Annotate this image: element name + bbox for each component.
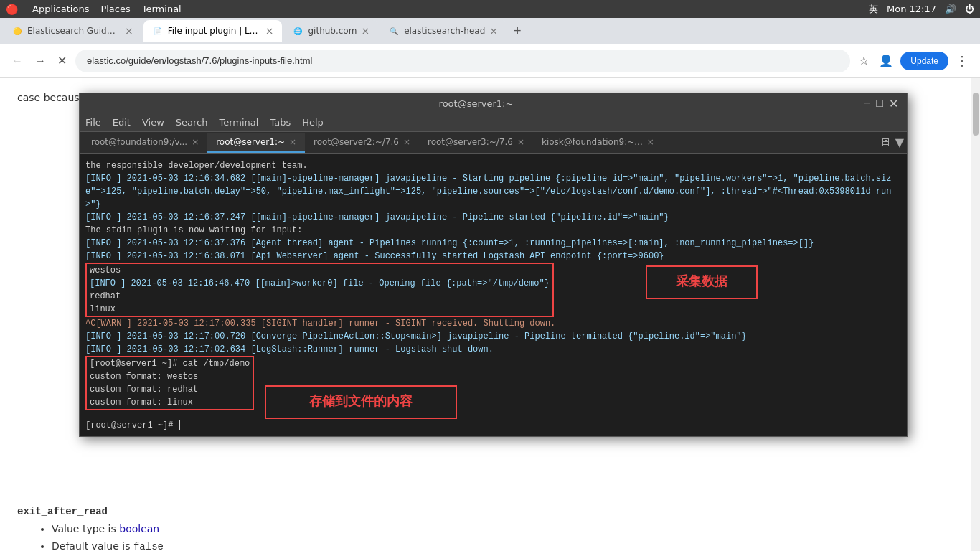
section-title: exit_after_read (17, 506, 954, 517)
tab-favicon-4: 🔍 (388, 25, 400, 37)
terminal-tab-kiosk[interactable]: kiosk@foundation9:~... × (533, 133, 663, 153)
tab-title-3: github.com (308, 26, 357, 36)
terminal-screen-icon[interactable]: 🖥 (880, 136, 891, 149)
tab-favicon-3: 🌐 (292, 25, 303, 37)
tab-close-3[interactable]: × (361, 25, 369, 37)
terminal-tab-close-5[interactable]: × (647, 137, 654, 147)
content-area: case because the time taken to read new … (0, 78, 980, 551)
terminal-line-7: [INFO ] 2021-05-03 12:16:46.470 [[main]>… (90, 277, 550, 290)
terminal-line-5: [INFO ] 2021-05-03 12:16:38.071 [Api Web… (85, 250, 901, 263)
default-value: false (133, 541, 164, 551)
terminal-body[interactable]: the responsible developer/development te… (80, 154, 907, 436)
terminal-menu-file[interactable]: File (85, 117, 101, 128)
tab-title-1: Elasticsearch Guide [7.6] (27, 26, 121, 36)
terminal-arrow-icon[interactable]: ▼ (895, 136, 904, 149)
tab-close-1[interactable]: × (125, 25, 133, 37)
tab-close-4[interactable]: × (489, 25, 498, 37)
terminal-tab-close-2[interactable]: × (289, 137, 296, 147)
system-bar-left: 🔴 Applications Places Terminal (6, 4, 182, 15)
terminal-tab-close-4[interactable]: × (517, 137, 524, 147)
menu-applications[interactable]: Applications (32, 4, 89, 14)
terminal-tab-label-4: root@server3:~/7.6 (428, 137, 513, 147)
terminal-tab-label-2: root@server1:~ (216, 137, 285, 147)
terminal-line-13: [root@server1 ~]# cat /tmp/demo (90, 357, 250, 370)
terminal-menu-edit[interactable]: Edit (113, 117, 131, 128)
terminal-tabs: root@foundation9:/v... × root@server1:~ … (80, 132, 907, 154)
collect-data-box: westos [INFO ] 2021-05-03 12:16:46.470 [… (85, 263, 554, 317)
terminal-line-6: westos (90, 264, 550, 277)
menu-terminal[interactable]: Terminal (142, 4, 182, 14)
language-indicator: 英 (869, 3, 878, 16)
terminal-line-16: custom format: linux (90, 396, 250, 409)
stored-annotation-label: 存储到文件的内容 (265, 385, 457, 419)
system-bar-right: 英 Mon 12:17 🔊 ⏻ (869, 3, 974, 16)
menu-places[interactable]: Places (100, 4, 130, 14)
tab-elasticsearch-guide[interactable]: 🟡 Elasticsearch Guide [7.6] × (3, 20, 142, 42)
tab-favicon-1: 🟡 (11, 25, 23, 37)
os-icon: 🔴 (6, 4, 18, 15)
below-terminal-content: exit_after_read Value type is boolean De… (0, 489, 971, 551)
account-icon[interactable]: 👤 (876, 51, 896, 70)
stored-content-area: [root@server1 ~]# cat /tmp/demo custom f… (85, 356, 457, 419)
terminal-tab-foundation9[interactable]: root@foundation9:/v... × (83, 133, 207, 153)
browser-scrollbar[interactable] (971, 78, 980, 551)
terminal-title-bar: root@server1:~ − □ ✕ (80, 93, 907, 113)
tab-elasticsearch-head[interactable]: 🔍 elasticsearch-head × (380, 20, 507, 42)
terminal-tab-label-1: root@foundation9:/v... (91, 137, 187, 147)
terminal-line-4: [INFO ] 2021-05-03 12:16:37.376 [Agent t… (85, 237, 901, 250)
tab-github[interactable]: 🌐 github.com × (283, 20, 378, 42)
terminal-menu-tabs[interactable]: Tabs (270, 117, 291, 128)
back-button[interactable]: ← (9, 52, 26, 70)
terminal-line-3: The stdin plugin is now waiting for inpu… (85, 224, 901, 237)
terminal-window-buttons: − □ ✕ (864, 97, 898, 110)
stored-content-box: [root@server1 ~]# cat /tmp/demo custom f… (85, 356, 254, 410)
terminal-menu-search[interactable]: Search (176, 117, 208, 128)
terminal-tab-server1[interactable]: root@server1:~ × (207, 133, 305, 153)
update-button[interactable]: Update (900, 52, 948, 70)
new-tab-button[interactable]: + (508, 21, 527, 42)
boolean-link[interactable]: boolean (119, 523, 159, 534)
collect-annotation-label: 采集数据 (646, 265, 758, 299)
terminal-tab-close-1[interactable]: × (192, 137, 199, 147)
terminal-minimize-button[interactable]: − (864, 97, 870, 110)
url-input[interactable] (75, 50, 850, 72)
bullet-list: Value type is boolean Default value is f… (34, 523, 954, 551)
stored-content-region: [root@server1 ~]# cat /tmp/demo custom f… (85, 356, 901, 419)
system-bar: 🔴 Applications Places Terminal 英 Mon 12:… (0, 0, 980, 18)
browser: 🟡 Elasticsearch Guide [7.6] × 📄 File inp… (0, 18, 980, 551)
terminal-menu-help[interactable]: Help (302, 117, 324, 128)
terminal-line-2: [INFO ] 2021-05-03 12:16:37.247 [[main]-… (85, 211, 901, 224)
terminal-tab-server3[interactable]: root@server3:~/7.6 × (419, 133, 533, 153)
reload-button[interactable]: ✕ (55, 51, 70, 70)
terminal-window: root@server1:~ − □ ✕ File Edit View Sear… (79, 93, 908, 437)
tab-favicon-2: 📄 (152, 25, 164, 37)
browser-menu-icon[interactable]: ⋮ (953, 50, 971, 71)
terminal-menu: File Edit View Search Terminal Tabs Help (80, 113, 907, 132)
terminal-menu-view[interactable]: View (142, 117, 164, 128)
terminal-maximize-button[interactable]: □ (876, 97, 883, 110)
scrollbar-thumb[interactable] (973, 93, 979, 136)
tab-title-2: File input plugin | Logstash... (168, 26, 261, 36)
terminal-line-8: redhat (90, 290, 550, 303)
terminal-tab-close-3[interactable]: × (403, 137, 410, 147)
bullet1-prefix: Value type is (52, 523, 119, 534)
terminal-line-15: custom format: redhat (90, 383, 250, 396)
tab-close-2[interactable]: × (265, 25, 274, 37)
terminal-line-17: [root@server1 ~]# (85, 419, 901, 432)
terminal-line-11: [INFO ] 2021-05-03 12:17:00.720 [Converg… (85, 330, 901, 343)
terminal-line-0: the responsible developer/development te… (85, 159, 901, 172)
terminal-line-1: [INFO ] 2021-05-03 12:16:34.682 [[main]-… (85, 172, 901, 211)
volume-icon[interactable]: 🔊 (945, 4, 956, 14)
terminal-close-button[interactable]: ✕ (889, 97, 898, 110)
power-icon[interactable]: ⏻ (965, 4, 974, 14)
bookmark-icon[interactable]: ☆ (856, 51, 872, 70)
address-bar-icons: ☆ 👤 Update ⋮ (856, 50, 971, 71)
terminal-tab-label-5: kiosk@foundation9:~... (542, 137, 643, 147)
terminal-line-10: ^C[WARN ] 2021-05-03 12:17:00.335 [SIGIN… (85, 317, 901, 330)
terminal-tab-server2[interactable]: root@server2:~/7.6 × (305, 133, 419, 153)
terminal-tab-label-3: root@server2:~/7.6 (314, 137, 399, 147)
terminal-line-12: [INFO ] 2021-05-03 12:17:02.634 [LogStas… (85, 343, 901, 356)
tab-file-input-plugin[interactable]: 📄 File input plugin | Logstash... × (143, 20, 283, 42)
terminal-menu-terminal[interactable]: Terminal (219, 117, 258, 128)
forward-button[interactable]: → (32, 52, 49, 70)
